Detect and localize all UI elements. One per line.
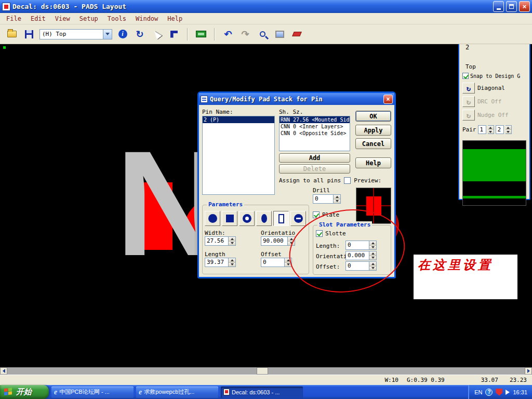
slot-length-spinner[interactable] [369,241,377,250]
security-shield-icon[interactable] [496,389,502,396]
spin-down-icon[interactable] [288,242,295,246]
pad-shape-odd-button[interactable] [290,211,306,226]
taskbar-item-pads[interactable]: Decal: ds:0603 - ... [221,387,303,398]
spin-up-icon[interactable] [506,126,511,130]
pad-shape-oval-button[interactable] [256,211,272,226]
menu-file[interactable]: File [2,14,26,23]
scroll-right-button[interactable] [525,367,532,375]
spin-up-icon[interactable] [488,126,494,130]
spin-down-icon[interactable] [229,263,235,267]
spin-down-icon[interactable] [334,200,340,204]
spin-up-icon[interactable] [285,258,291,263]
spin-up-icon[interactable] [369,241,376,246]
width-input[interactable]: 27.56 [205,236,229,246]
drill-spinner[interactable] [334,194,341,204]
spin-up-icon[interactable] [369,251,376,256]
spin-up-icon[interactable] [288,237,295,242]
spin-down-icon[interactable] [369,246,376,250]
list-item[interactable]: CNN 0 <Opposite Side> [280,130,350,137]
slot-orientation-input[interactable]: 0.000 [345,251,369,260]
add-button[interactable]: Add [279,153,350,163]
pair-spinner-2[interactable] [506,125,512,134]
cancel-button[interactable]: Cancel [355,138,391,149]
open-button[interactable] [5,28,19,41]
orientation-spinner[interactable] [288,236,295,246]
snap-checkbox[interactable] [462,73,469,79]
volume-icon[interactable] [506,390,510,395]
slot-offset-spinner[interactable] [369,261,377,271]
select-tool-button[interactable] [150,28,164,41]
pad-shape-rectangle-button[interactable] [273,211,289,226]
drill-input[interactable]: 0 [313,194,334,204]
redo-button[interactable]: ↷ [238,28,252,41]
pair-spinner-1[interactable] [488,125,494,134]
zoom-button[interactable] [256,28,269,41]
pad-shape-square-button[interactable] [222,211,237,226]
nudge-off-button[interactable]: ↻ [462,110,475,121]
minimize-button[interactable] [493,1,504,12]
delete-button[interactable]: Delete [279,164,350,174]
pin-name-list[interactable]: 2 (P) [202,116,275,195]
length-input[interactable]: 39.37 [205,258,229,267]
save-button[interactable] [22,28,36,41]
spin-down-icon[interactable] [369,267,376,271]
taskbar-item-forum[interactable]: e 中国PCB论坛网 - ... [51,387,134,398]
menu-tools[interactable]: Tools [103,14,131,23]
eraser-button[interactable] [290,28,303,41]
spin-up-icon[interactable] [334,195,340,200]
offset-input[interactable]: 0 [261,258,285,267]
dialog-close-button[interactable]: × [383,95,393,104]
spin-up-icon[interactable] [369,262,376,267]
drc-off-button[interactable]: ↻ [462,96,475,107]
scroll-left-button[interactable] [0,367,7,375]
shape-size-list[interactable]: RNN 27.56 <Mounted Sid CNN 0 <Inner Laye… [279,116,350,151]
maximize-button[interactable] [506,1,517,12]
list-item[interactable]: CNN 0 <Inner Layers> [280,123,350,130]
close-button[interactable]: × [519,1,530,12]
spin-down-icon[interactable] [506,130,511,134]
length-spinner[interactable] [229,258,236,267]
language-indicator[interactable]: EN [474,389,482,395]
start-button[interactable]: 开始 [0,385,49,399]
route-tool-button[interactable] [167,28,181,41]
spin-up-icon[interactable] [229,258,235,263]
diagonal-mode-button[interactable]: ↻ [462,83,475,94]
chevron-down-icon[interactable] [103,30,112,39]
width-spinner[interactable] [229,236,236,246]
menu-edit[interactable]: Edit [26,14,50,23]
menu-setup[interactable]: Setup [75,14,103,23]
menu-help[interactable]: Help [163,14,187,23]
slotted-checkbox[interactable] [316,230,323,237]
menu-view[interactable]: View [50,14,75,23]
board-button[interactable] [194,28,208,41]
offset-spinner[interactable] [285,258,292,267]
menu-window[interactable]: Window [131,14,163,23]
spin-up-icon[interactable] [229,237,235,242]
help-button[interactable]: Help [355,157,391,168]
slot-length-input[interactable]: 0 [345,241,369,250]
spin-down-icon[interactable] [369,256,376,260]
pad-shape-annular-button[interactable] [239,211,255,226]
layer-selector[interactable]: (H) Top [39,29,112,39]
scroll-thumb[interactable] [257,367,268,375]
list-item[interactable]: RNN 27.56 <Mounted Sid [280,116,350,123]
taskbar-item-thread[interactable]: e 求救powepcb过孔... [136,387,218,398]
slot-orientation-spinner[interactable] [369,251,377,260]
rotate-button[interactable]: ↻ [133,28,147,41]
apply-button[interactable]: Apply [355,125,391,136]
dialog-titlebar[interactable]: Query/Modify Pad Stack for Pin × [199,93,394,105]
spin-down-icon[interactable] [229,242,235,246]
spin-down-icon[interactable] [285,263,291,267]
pair-input-1[interactable]: 1 [478,125,486,134]
info-button[interactable]: i [116,28,129,41]
spin-down-icon[interactable] [488,130,494,134]
slot-offset-input[interactable]: 0 [345,261,369,271]
horizontal-scrollbar[interactable] [0,367,532,375]
list-item[interactable]: 2 (P) [203,116,274,123]
pad-shape-circle-button[interactable] [205,211,220,226]
view-area-button[interactable] [273,28,286,41]
help-tray-icon[interactable]: ? [485,389,493,396]
ok-button[interactable]: OK [355,111,391,122]
pair-input-2[interactable]: 2 [496,125,504,134]
undo-button[interactable]: ↶ [221,28,235,41]
